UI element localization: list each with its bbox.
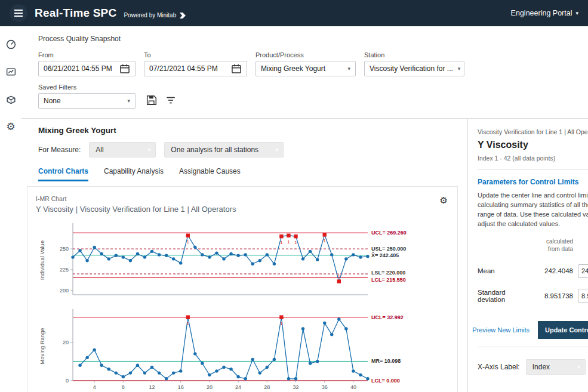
station-label: Station <box>364 51 464 58</box>
panel-range-note: Index 1 - 42 (all data points) <box>478 155 588 162</box>
from-field: From 06/21/2021 04:55 PM <box>38 51 136 76</box>
x-axis-select[interactable]: Index ▾ <box>526 359 586 375</box>
divider <box>478 169 588 170</box>
preview-new-limits-link[interactable]: Preview New Limits <box>472 326 529 334</box>
chevron-down-icon: ▾ <box>577 364 580 370</box>
analysis-title: Mixing Greek Yogurt <box>38 126 458 135</box>
analysis-scope-select[interactable]: One analysis for all stations ▾ <box>164 142 284 158</box>
to-date-input[interactable]: 07/21/2021 04:55 PM <box>144 61 247 76</box>
right-panel: Viscosity Verification for Line 1 | All … <box>467 119 588 392</box>
hamburger-menu-icon[interactable] <box>10 4 27 22</box>
svg-text:1: 1 <box>187 239 190 245</box>
measure-select-value: All <box>96 146 103 154</box>
saved-filters-select[interactable]: None ▾ <box>38 93 136 109</box>
minitab-logo-icon <box>179 12 186 19</box>
svg-text:200: 200 <box>60 288 69 294</box>
chevron-down-icon: ▾ <box>347 66 350 72</box>
svg-text:36: 36 <box>322 384 328 390</box>
mean-calculated-value: 242.4048 <box>537 267 573 274</box>
svg-text:1: 1 <box>187 321 190 326</box>
svg-text:40: 40 <box>350 384 356 390</box>
chart-type-label: I-MR Chart <box>36 195 449 202</box>
from-date-input[interactable]: 06/21/2021 04:55 PM <box>38 61 136 76</box>
stdev-input[interactable] <box>578 289 588 303</box>
left-sidebar: ⚙ <box>0 26 21 392</box>
svg-text:MR= 10.098: MR= 10.098 <box>371 358 401 364</box>
tab-capability-analysis[interactable]: Capability Analysis <box>104 167 164 181</box>
gauge-icon[interactable] <box>5 38 17 50</box>
svg-text:Moving Range: Moving Range <box>39 328 45 364</box>
stdev-calculated-value: 8.951738 <box>537 292 573 300</box>
chevron-down-icon: ▾ <box>148 147 151 153</box>
app-title: Real-Time SPC <box>35 7 116 20</box>
save-icon[interactable] <box>146 95 157 106</box>
svg-text:X̄= 242.405: X̄= 242.405 <box>371 252 399 258</box>
product-field: Product/Process Mixing Greek Yogurt ▾ <box>255 51 356 76</box>
chevron-down-icon: ▾ <box>276 147 279 153</box>
product-select-value: Mixing Greek Yogurt <box>261 64 325 73</box>
from-date-value: 06/21/2021 04:55 PM <box>44 64 112 73</box>
box-icon[interactable] <box>5 93 17 105</box>
portal-menu-label: Engineering Portal <box>511 9 572 17</box>
svg-text:1: 1 <box>294 240 297 245</box>
svg-text:LCL= 0.000: LCL= 0.000 <box>371 378 400 384</box>
update-control-limits-button[interactable]: Update Control Limits <box>538 321 588 339</box>
portal-menu[interactable]: Engineering Portal ▾ <box>511 9 578 17</box>
x-axis-select-value: Index <box>532 363 550 371</box>
calc-grid: calculated from data Mean 242.4048 Stand… <box>478 237 588 303</box>
x-axis-label: X-Axis Label: <box>478 363 520 371</box>
svg-text:1: 1 <box>323 238 326 243</box>
station-select-value: Viscosity Verification for ... <box>370 64 453 73</box>
svg-text:0: 0 <box>66 378 69 384</box>
gear-icon[interactable]: ⚙ <box>5 121 17 132</box>
calculated-from-data-header: calculated from data <box>537 237 573 254</box>
svg-text:1: 1 <box>280 321 283 326</box>
svg-text:12: 12 <box>149 384 155 390</box>
individuals-chart: 200225250Individual ValueUCL= 269.260USL… <box>36 221 450 300</box>
station-select[interactable]: Viscosity Verification for ... ▾ <box>364 61 464 76</box>
chart-image-icon[interactable] <box>5 66 17 78</box>
svg-text:1: 1 <box>338 273 341 279</box>
svg-text:Individual Value: Individual Value <box>39 240 45 280</box>
stdev-label: Standard deviation <box>478 289 532 303</box>
main-panel: Mixing Greek Yogurt For Measure: All ▾ O… <box>21 119 467 392</box>
svg-text:20: 20 <box>207 384 213 390</box>
moving-range-chart: 020Moving RangeUCL= 32.992MR= 10.098LCL=… <box>36 307 450 392</box>
svg-text:LCL= 215.550: LCL= 215.550 <box>371 277 406 283</box>
svg-text:225: 225 <box>60 267 69 273</box>
to-field: To 07/21/2021 04:55 PM <box>144 51 247 76</box>
svg-text:LSL= 220.000: LSL= 220.000 <box>371 270 405 276</box>
svg-text:250: 250 <box>60 246 69 252</box>
saved-filters-field: Saved Filters None ▾ <box>38 84 136 109</box>
chart-card: I-MR Chart Y Viscosity | Viscosity Verif… <box>27 186 458 392</box>
chevron-down-icon: ▾ <box>458 66 461 72</box>
svg-text:UCL= 32.992: UCL= 32.992 <box>371 314 404 320</box>
powered-by-label: Powered by Minitab <box>124 12 176 18</box>
chevron-down-icon: ▾ <box>127 98 130 104</box>
saved-filters-label: Saved Filters <box>38 84 136 91</box>
calendar-icon[interactable] <box>231 63 242 74</box>
station-field: Station Viscosity Verification for ... ▾ <box>364 51 464 76</box>
app-header: Real-Time SPC Powered by Minitab Enginee… <box>0 0 588 26</box>
analysis-scope-value: One analysis for all stations <box>171 146 258 154</box>
from-label: From <box>38 51 136 58</box>
svg-text:24: 24 <box>235 384 241 390</box>
svg-text:28: 28 <box>264 384 270 390</box>
svg-text:20: 20 <box>63 339 69 345</box>
calendar-icon[interactable] <box>119 63 130 74</box>
svg-text:1: 1 <box>280 240 283 245</box>
panel-context: Viscosity Verification for Line 1 | All … <box>478 128 588 135</box>
mean-input[interactable] <box>578 264 588 278</box>
svg-text:4: 4 <box>93 384 96 390</box>
chart-title: Y Viscosity | Viscosity Verification for… <box>36 205 449 214</box>
params-description: Update the center line and control limit… <box>478 191 588 229</box>
chart-settings-gear-icon[interactable]: ⚙ <box>440 195 448 206</box>
svg-text:8: 8 <box>122 384 125 390</box>
measure-select[interactable]: All ▾ <box>89 142 156 158</box>
svg-text:1: 1 <box>287 239 290 245</box>
tab-control-charts[interactable]: Control Charts <box>38 167 88 181</box>
filter-icon[interactable] <box>165 95 176 106</box>
divider <box>478 347 588 347</box>
tab-assignable-causes[interactable]: Assignable Causes <box>179 167 241 181</box>
product-select[interactable]: Mixing Greek Yogurt ▾ <box>255 61 356 76</box>
